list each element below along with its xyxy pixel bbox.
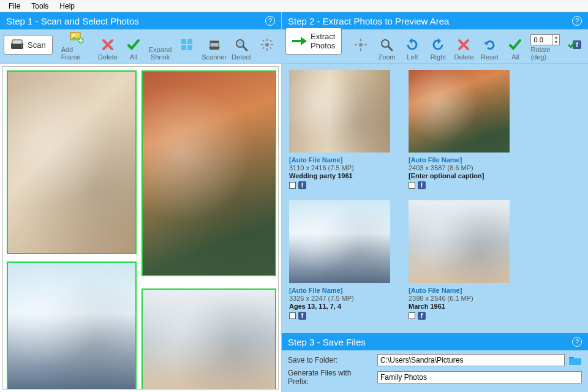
preview-thumb[interactable]	[289, 200, 390, 283]
check-all-icon	[126, 37, 141, 52]
zoom-button[interactable]: Zoom	[376, 37, 397, 61]
delete-button-step1[interactable]: Delete	[97, 37, 118, 61]
reset-label: Reset	[481, 53, 499, 61]
preview-thumb[interactable]	[409, 200, 510, 283]
step3-title: Step 3 - Save Files	[288, 337, 366, 347]
step1-toolbar: Scan Add Frame Delete All	[0, 29, 281, 64]
preview-dims: 2403 x 3587 (8.6 MP)	[409, 164, 510, 172]
preview-checkbox[interactable]	[409, 312, 415, 319]
expand-shrink-button[interactable]: Expand Shrink	[149, 46, 172, 61]
facebook-icon[interactable]: f	[298, 312, 306, 320]
delete-icon	[100, 37, 115, 52]
all-button-step1[interactable]: All	[123, 37, 144, 61]
extract-button[interactable]: Extract Photos	[285, 28, 342, 55]
menu-help[interactable]: Help	[55, 1, 80, 12]
expand-label: Expand	[149, 46, 172, 53]
preview-card[interactable]: [Auto File Name] 3326 x 2247 (7.5 MP) Ag…	[289, 200, 390, 320]
preview-filename[interactable]: [Auto File Name]	[409, 287, 510, 294]
facebook-icon[interactable]: f	[418, 312, 426, 320]
delete-label: Delete	[98, 53, 118, 61]
facebook-icon[interactable]: f	[418, 181, 426, 189]
preview-thumb[interactable]	[409, 70, 510, 153]
svg-rect-16	[266, 48, 268, 51]
rotate-deg-label: Rotate (deg)	[530, 46, 560, 61]
preview-caption[interactable]: March 1961	[409, 303, 510, 310]
menu-tools[interactable]: Tools	[26, 1, 53, 12]
step1-panel: Step 1 - Scan and Select Photos ? Scan A…	[0, 12, 282, 392]
rotate-left-button[interactable]: Left	[402, 37, 423, 61]
browse-folder-button[interactable]	[568, 355, 582, 366]
preview-dims: 3326 x 2247 (7.5 MP)	[289, 295, 390, 302]
rotate-input[interactable]: 0.0 ▲▼	[530, 34, 560, 45]
facebook-icon[interactable]: f	[298, 181, 306, 189]
svg-rect-25	[360, 48, 361, 51]
preview-caption[interactable]: Ages 13, 11, 7, 4	[289, 303, 390, 310]
step1-help-icon[interactable]: ?	[265, 16, 275, 26]
delete-label2: Delete	[454, 53, 474, 61]
selection-box-3[interactable]	[7, 262, 137, 390]
svg-point-2	[21, 45, 22, 47]
svg-rect-17	[261, 44, 263, 45]
prefix-input[interactable]	[377, 371, 582, 383]
shrink-label: Shrink	[151, 53, 170, 61]
preview-thumb[interactable]	[289, 70, 390, 153]
all-button-step2[interactable]: All	[505, 37, 526, 61]
facebook-check-icon: f	[568, 37, 582, 52]
left-label: Left	[407, 53, 418, 61]
preview-card[interactable]: [Auto File Name] 3110 x 2416 (7.5 MP) We…	[289, 70, 390, 189]
zoom-icon	[379, 37, 394, 52]
grid-button[interactable]	[176, 37, 197, 61]
svg-rect-9	[187, 45, 192, 50]
scanner2-icon	[207, 37, 222, 52]
preview-caption[interactable]: Wedding party 1961	[289, 172, 390, 179]
menu-file[interactable]: File	[4, 1, 25, 12]
menu-bar: File Tools Help	[0, 0, 588, 12]
selection-box-1[interactable]	[7, 70, 137, 254]
preview-filename[interactable]: [Auto File Name]	[409, 156, 510, 164]
preview-checkbox[interactable]	[289, 312, 296, 319]
svg-rect-19	[262, 40, 265, 42]
svg-point-13	[238, 42, 242, 45]
step3-help-icon[interactable]: ?	[572, 337, 582, 347]
rotate-left-icon	[405, 37, 420, 52]
reset-button[interactable]: Reset	[479, 37, 500, 61]
svg-rect-27	[364, 44, 367, 45]
settings-button-step2[interactable]	[350, 37, 371, 61]
step2-help-icon[interactable]: ?	[572, 16, 582, 26]
settings-button-step1[interactable]	[257, 37, 277, 61]
svg-rect-11	[210, 41, 219, 43]
selection-box-2[interactable]	[141, 70, 276, 276]
save-to-input[interactable]	[377, 354, 565, 366]
step3-header: Step 3 - Save Files ?	[282, 333, 588, 350]
undo-icon	[482, 37, 497, 52]
rotate-right-button[interactable]: Right	[428, 37, 448, 61]
preview-card[interactable]: [Auto File Name] 2403 x 3587 (8.6 MP) [E…	[409, 70, 510, 189]
facebook-share-button[interactable]: f	[565, 37, 586, 61]
scanner-button[interactable]: Scanner	[202, 37, 226, 61]
preview-card[interactable]: [Auto File Name] 2398 x 2546 (6.1 MP) Ma…	[409, 200, 510, 320]
preview-checkbox[interactable]	[289, 182, 296, 189]
add-frame-button[interactable]: Add Frame	[61, 30, 92, 61]
preview-dims: 3110 x 2416 (7.5 MP)	[289, 164, 390, 172]
grid-icon	[179, 37, 194, 52]
prefix-label: Generate Files with Prefix:	[288, 369, 374, 386]
preview-caption[interactable]: [Enter optional caption]	[409, 172, 510, 179]
scan-button[interactable]: Scan	[4, 35, 53, 55]
rotate-value: 0.0	[531, 36, 545, 43]
selection-box-4[interactable]	[141, 288, 276, 390]
delete-button-step2[interactable]: Delete	[453, 37, 474, 61]
all-label2: All	[511, 53, 519, 61]
scan-label: Scan	[28, 40, 46, 50]
step1-header: Step 1 - Scan and Select Photos ?	[0, 12, 281, 29]
svg-rect-20	[270, 47, 272, 50]
preview-filename[interactable]: [Auto File Name]	[289, 287, 390, 294]
scan-canvas[interactable]	[2, 66, 279, 390]
right-label: Right	[431, 53, 447, 61]
spin-down[interactable]: ▼	[552, 40, 559, 45]
svg-rect-21	[270, 40, 272, 42]
preview-checkbox[interactable]	[409, 182, 415, 189]
scanner-icon	[10, 39, 24, 50]
preview-filename[interactable]: [Auto File Name]	[289, 156, 390, 164]
detect-button[interactable]: Detect	[231, 37, 252, 61]
spin-up[interactable]: ▲	[552, 35, 559, 40]
